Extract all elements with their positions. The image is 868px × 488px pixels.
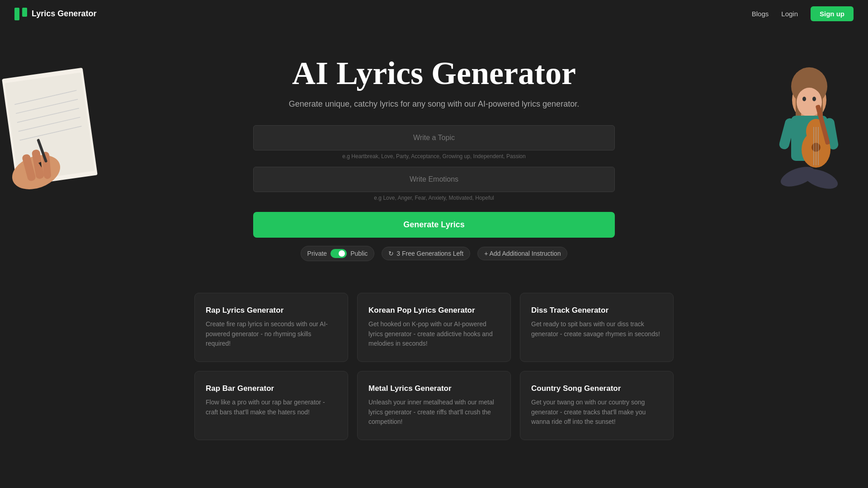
card-item[interactable]: Diss Track Generator Get ready to spit b… [520, 293, 674, 362]
card-item[interactable]: Rap Lyrics Generator Create fire rap lyr… [194, 293, 348, 362]
emotions-hint: e.g Love, Anger, Fear, Anxiety, Motivate… [253, 195, 615, 201]
login-link[interactable]: Login [781, 10, 798, 18]
toggle-slider [330, 249, 347, 258]
hero-title: AI Lyrics Generator [9, 55, 859, 92]
card-title: Country Song Generator [531, 384, 662, 393]
card-item[interactable]: Country Song Generator Get your twang on… [520, 371, 674, 440]
card-item[interactable]: Korean Pop Lyrics Generator Get hooked o… [357, 293, 511, 362]
svg-rect-1 [22, 8, 27, 17]
emotions-input-group: e.g Love, Anger, Fear, Anxiety, Motivate… [253, 167, 615, 206]
add-instruction-button[interactable]: + Add Additional Instruction [477, 247, 567, 260]
card-desc: Create fire rap lyrics in seconds with o… [206, 319, 337, 349]
logo-text: Lyrics Generator [32, 9, 96, 19]
blogs-link[interactable]: Blogs [752, 10, 769, 18]
private-label: Private [307, 250, 327, 257]
cards-grid: Rap Lyrics Generator Create fire rap lyr… [194, 293, 674, 440]
card-desc: Flow like a pro with our rap bar generat… [206, 398, 337, 417]
card-title: Metal Lyrics Generator [368, 384, 500, 393]
emotions-input[interactable] [253, 167, 615, 192]
logo-icon [14, 8, 27, 20]
card-title: Korean Pop Lyrics Generator [368, 306, 500, 315]
topic-hint: e.g Heartbreak, Love, Party, Acceptance,… [253, 153, 615, 160]
card-desc: Get your twang on with our country song … [531, 398, 662, 427]
card-item[interactable]: Rap Bar Generator Flow like a pro with o… [194, 371, 348, 440]
cards-section: Rap Lyrics Generator Create fire rap lyr… [185, 293, 683, 440]
generate-lyrics-button[interactable]: Generate Lyrics [253, 212, 615, 238]
recycle-icon: ↻ [388, 250, 394, 257]
card-title: Rap Lyrics Generator [206, 306, 337, 315]
nav-links: Blogs Login Sign up [752, 6, 854, 21]
card-title: Diss Track Generator [531, 306, 662, 315]
privacy-toggle[interactable]: Private Public [301, 246, 375, 261]
svg-rect-0 [14, 8, 19, 20]
card-desc: Get ready to spit bars with our diss tra… [531, 319, 662, 339]
card-title: Rap Bar Generator [206, 384, 337, 393]
hero-section: AI Lyrics Generator Generate unique, cat… [0, 28, 868, 270]
free-gen-label: 3 Free Generations Left [396, 250, 463, 257]
controls-row: Private Public ↻ 3 Free Generations Left… [253, 246, 615, 261]
card-item[interactable]: Metal Lyrics Generator Unleash your inne… [357, 371, 511, 440]
public-label: Public [350, 250, 368, 257]
card-desc: Get hooked on K-pop with our AI-powered … [368, 319, 500, 349]
toggle-switch[interactable] [330, 249, 347, 258]
navbar: Lyrics Generator Blogs Login Sign up [0, 0, 868, 28]
form-container: e.g Heartbreak, Love, Party, Acceptance,… [253, 125, 615, 261]
add-instruction-label: + Add Additional Instruction [484, 250, 561, 257]
signup-button[interactable]: Sign up [811, 6, 854, 21]
hero-subtitle: Generate unique, catchy lyrics for any s… [9, 99, 859, 109]
topic-input-group: e.g Heartbreak, Love, Party, Acceptance,… [253, 125, 615, 165]
free-generations-badge[interactable]: ↻ 3 Free Generations Left [382, 247, 470, 260]
topic-input[interactable] [253, 125, 615, 150]
card-desc: Unleash your inner metalhead with our me… [368, 398, 500, 427]
logo[interactable]: Lyrics Generator [14, 8, 96, 20]
